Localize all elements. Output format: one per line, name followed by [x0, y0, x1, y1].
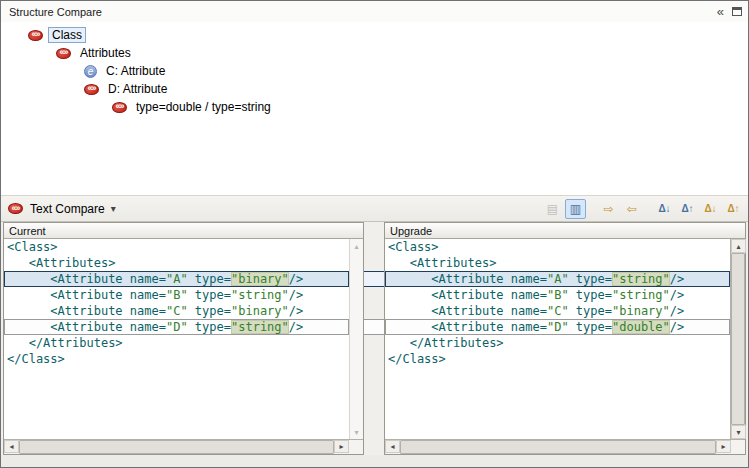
code-line[interactable]: <Attribute name="A" type="string"/>: [385, 271, 730, 287]
structure-compare-actions: «: [717, 5, 742, 19]
previous-difference-icon: Δ↑: [681, 203, 693, 215]
selected-diff-connector: [364, 271, 384, 287]
scrollbar-corner: [349, 440, 363, 454]
split-pane-icon: ▥: [570, 203, 581, 215]
next-change-icon: Δ↓: [704, 203, 716, 215]
code-line[interactable]: <Attributes>: [4, 255, 349, 271]
text-compare-title: Text Compare: [30, 202, 105, 216]
change-icon: [84, 84, 99, 95]
right-compare-pane: Upgrade <Class> <Attributes> <Attribute …: [384, 222, 746, 455]
code-line[interactable]: </Attributes>: [385, 335, 730, 351]
scroll-down-icon[interactable]: [350, 425, 363, 439]
code-line[interactable]: <Attribute name="C" type="binary"/>: [385, 303, 730, 319]
text-compare-header: Text Compare ▾ ▤▥⇨⇦Δ↓Δ↑Δ↓Δ↑: [1, 195, 748, 222]
copy-all-left-to-right-button[interactable]: ⇨: [598, 199, 619, 219]
right-code-editor[interactable]: <Class> <Attributes> <Attribute name="A"…: [385, 239, 730, 439]
compare-editor-window: Structure Compare « ClassAttributesC: At…: [0, 0, 749, 468]
change-icon: [28, 30, 43, 41]
tree-item-label: Attributes: [76, 45, 135, 61]
structure-compare-tree: ClassAttributesC: AttributeD: Attributet…: [1, 22, 748, 195]
code-line[interactable]: </Class>: [4, 351, 349, 367]
left-code-editor[interactable]: <Class> <Attributes> <Attribute name="A"…: [4, 239, 349, 439]
horizontal-scroll-thumb[interactable]: [19, 440, 334, 454]
vertical-scroll-thumb[interactable]: [731, 253, 745, 425]
scroll-left-icon[interactable]: [4, 440, 19, 453]
code-line[interactable]: <Attribute name="D" type="string"/>: [4, 319, 349, 335]
structure-compare-title: Structure Compare: [9, 6, 717, 18]
code-line[interactable]: </Attributes>: [4, 335, 349, 351]
collapse-icon[interactable]: «: [717, 5, 724, 19]
scroll-right-icon[interactable]: [334, 440, 349, 453]
code-line[interactable]: <Attributes>: [385, 255, 730, 271]
left-pane-header: Current: [4, 223, 363, 239]
code-line[interactable]: </Class>: [385, 351, 730, 367]
copy-right-arrow-icon: ⇨: [603, 203, 613, 215]
status-strip: [1, 455, 748, 467]
code-line[interactable]: <Attribute name="A" type="binary"/>: [4, 271, 349, 287]
change-icon: [112, 102, 127, 113]
right-pane-body: <Class> <Attributes> <Attribute name="A"…: [385, 239, 745, 439]
left-vertical-scrollbar[interactable]: [349, 239, 363, 439]
horizontal-scroll-thumb[interactable]: [400, 440, 716, 454]
tree-item-label: C: Attribute: [102, 63, 169, 79]
structure-compare-header: Structure Compare «: [1, 1, 748, 22]
tree-item-label: D: Attribute: [104, 81, 171, 97]
ancestor-pane-button[interactable]: ▤: [542, 199, 563, 219]
right-vertical-scrollbar[interactable]: [730, 239, 745, 439]
tree-item[interactable]: C: Attribute: [1, 62, 748, 80]
left-pane-body: <Class> <Attributes> <Attribute name="A"…: [4, 239, 363, 439]
scroll-right-icon[interactable]: [716, 440, 731, 453]
code-line[interactable]: <Attribute name="D" type="double"/>: [385, 319, 730, 335]
element-e-icon: [84, 65, 97, 78]
scrollbar-corner: [731, 440, 745, 454]
next-difference-icon: Δ↓: [658, 203, 670, 215]
tree-item[interactable]: type=double / type=string: [1, 98, 748, 116]
left-compare-pane: Current <Class> <Attributes> <Attribute …: [3, 222, 364, 455]
code-line[interactable]: <Attribute name="B" type="string"/>: [385, 287, 730, 303]
right-horizontal-scrollbar[interactable]: [385, 439, 745, 454]
two-way-compare-button[interactable]: ▥: [565, 199, 586, 219]
right-pane-header: Upgrade: [385, 223, 745, 239]
tree-item-label: type=double / type=string: [132, 99, 275, 115]
scroll-up-icon[interactable]: [350, 239, 363, 253]
previous-change-button[interactable]: Δ↑: [723, 199, 744, 219]
left-horizontal-scrollbar[interactable]: [4, 439, 363, 454]
diff-connector-gutter: [364, 239, 384, 439]
next-change-button[interactable]: Δ↓: [700, 199, 721, 219]
next-difference-button[interactable]: Δ↓: [654, 199, 675, 219]
scroll-up-icon[interactable]: [731, 239, 746, 253]
scroll-down-icon[interactable]: [731, 425, 746, 439]
tree-item[interactable]: Class: [1, 26, 748, 44]
ancestor-pane-icon: ▤: [547, 203, 558, 215]
tree-item[interactable]: Attributes: [1, 44, 748, 62]
change-icon: [8, 203, 23, 214]
change-icon: [56, 48, 71, 59]
code-line[interactable]: <Class>: [385, 239, 730, 255]
diff-connector: [364, 319, 384, 335]
scroll-left-icon[interactable]: [385, 440, 400, 453]
tree-item-label: Class: [48, 27, 86, 43]
code-line[interactable]: <Attribute name="B" type="string"/>: [4, 287, 349, 303]
code-line[interactable]: <Class>: [4, 239, 349, 255]
copy-all-right-to-left-button[interactable]: ⇦: [621, 199, 642, 219]
chevron-down-icon[interactable]: ▾: [111, 203, 116, 214]
previous-change-icon: Δ↑: [727, 203, 739, 215]
maximize-icon: [732, 7, 742, 16]
code-line[interactable]: <Attribute name="C" type="binary"/>: [4, 303, 349, 319]
copy-left-arrow-icon: ⇦: [626, 203, 636, 215]
previous-difference-button[interactable]: Δ↑: [677, 199, 698, 219]
maximize-button[interactable]: [732, 5, 742, 19]
text-compare-toolbar: ▤▥⇨⇦Δ↓Δ↑Δ↓Δ↑: [540, 199, 744, 219]
tree-item[interactable]: D: Attribute: [1, 80, 748, 98]
